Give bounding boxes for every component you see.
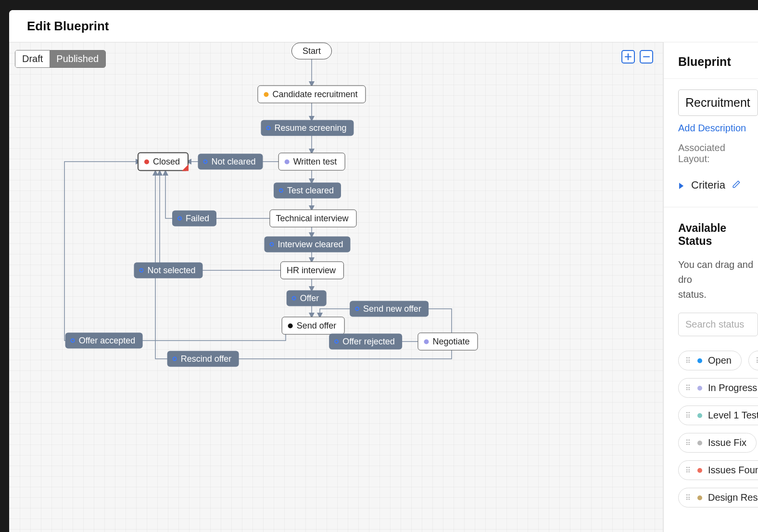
node-sendnew[interactable]: Send new offer (350, 301, 429, 317)
status-pill-label: Level 1 Testing (708, 410, 758, 421)
status-pill-in-progress[interactable]: ⠿In Progress (678, 378, 758, 398)
transition-ring-icon (71, 339, 75, 343)
node-label: Offer accepted (79, 336, 136, 346)
status-dot-icon (697, 441, 702, 445)
node-label: Send offer (297, 321, 337, 331)
node-offacc[interactable]: Offer accepted (65, 333, 143, 349)
node-label: Written test (293, 157, 337, 167)
transition-ring-icon (203, 160, 207, 164)
node-notcleared[interactable]: Not cleared (198, 154, 263, 170)
status-dot-icon (697, 468, 702, 473)
node-label: Offer (300, 293, 319, 304)
node-label: Offer rejected (342, 337, 395, 347)
node-failed[interactable]: Failed (172, 211, 216, 227)
node-offrej[interactable]: Offer rejected (329, 334, 402, 350)
status-pill-label: Open (708, 355, 732, 366)
blueprint-name-input[interactable] (678, 89, 758, 116)
status-pill-label: Design Resear (708, 492, 758, 503)
drag-handle-icon[interactable]: ⠿ (685, 412, 692, 419)
status-dot-icon (285, 159, 290, 164)
node-rescind[interactable]: Rescind offer (167, 351, 239, 367)
sidebar-title: Blueprint (678, 55, 758, 69)
chevron-right-icon: ▶ (679, 180, 683, 190)
status-dot-icon (288, 323, 293, 328)
node-start[interactable]: Start (291, 43, 332, 60)
status-pill-level-1-testing[interactable]: ⠿Level 1 Testing (678, 405, 758, 425)
blueprint-canvas[interactable]: Draft Published (9, 42, 663, 532)
transition-ring-icon (173, 357, 177, 361)
node-technical[interactable]: Technical interview (269, 210, 356, 228)
transition-ring-icon (266, 126, 270, 130)
drag-handle-icon[interactable]: ⠿ (756, 357, 758, 364)
node-intcleared[interactable]: Interview cleared (264, 237, 350, 253)
status-pill-label: Issue Fix (708, 437, 746, 448)
node-label: Test cleared (287, 186, 334, 196)
status-dot-icon (697, 413, 702, 418)
node-label: Technical interview (276, 214, 348, 224)
status-pill-more[interactable]: ⠿ (748, 351, 758, 370)
search-status-input[interactable] (678, 313, 758, 336)
blueprint-sidebar: Blueprint Add Description Associated Lay… (663, 42, 758, 532)
criteria-label: Criteria (691, 179, 725, 191)
status-pill-issue-fix[interactable]: ⠿Issue Fix (678, 433, 757, 453)
status-dot-icon (424, 339, 429, 344)
status-dot-icon (144, 159, 149, 164)
transition-ring-icon (139, 268, 143, 273)
node-notselected[interactable]: Not selected (134, 263, 202, 279)
node-label: Closed (153, 157, 180, 167)
node-written[interactable]: Written test (278, 153, 345, 171)
status-pill-issues-found[interactable]: ⠿Issues Found (678, 460, 758, 480)
status-pill-open[interactable]: ⠿Open (678, 351, 742, 370)
node-offer[interactable]: Offer (287, 291, 327, 306)
available-status-hint: You can drag and dro status. (678, 257, 758, 302)
status-pill-label: Issues Found (708, 465, 758, 476)
node-label: Not selected (147, 266, 195, 276)
transition-ring-icon (279, 189, 283, 193)
drag-handle-icon[interactable]: ⠿ (685, 357, 692, 364)
transition-ring-icon (292, 296, 296, 301)
node-candidate[interactable]: Candidate recruitment (257, 86, 366, 103)
node-label: Failed (186, 214, 209, 224)
transition-ring-icon (334, 340, 339, 344)
edit-icon[interactable] (732, 180, 741, 190)
status-dot-icon (264, 92, 268, 97)
transition-ring-icon (177, 216, 182, 221)
node-label: Rescind offer (181, 354, 232, 364)
node-testcleared[interactable]: Test cleared (274, 183, 341, 199)
node-label: Candidate recruitment (272, 89, 357, 100)
associated-layout-label: Associated Layout: (678, 142, 758, 165)
drag-handle-icon[interactable]: ⠿ (685, 494, 692, 501)
status-pill-design-resear[interactable]: ⠿Design Resear (678, 488, 758, 507)
flow-edges (9, 42, 663, 532)
node-sendoffer[interactable]: Send offer (282, 317, 345, 335)
status-dot-icon (697, 495, 702, 500)
node-label: Send new offer (363, 304, 421, 314)
transition-ring-icon (355, 307, 359, 311)
criteria-row[interactable]: ▶ Criteria (678, 179, 758, 191)
status-pill-label: In Progress (708, 382, 757, 393)
drag-handle-icon[interactable]: ⠿ (685, 439, 692, 446)
drag-handle-icon[interactable]: ⠿ (685, 467, 692, 474)
page-title: Edit Blueprint (27, 19, 109, 34)
node-label: Negotiate (432, 337, 469, 347)
node-resume[interactable]: Resume screening (261, 120, 354, 136)
closed-indicator-icon (182, 165, 189, 171)
transition-ring-icon (269, 242, 274, 247)
available-status-heading: Available Status (678, 222, 758, 248)
node-label: Resume screening (274, 123, 346, 133)
node-label: Not cleared (211, 157, 255, 167)
node-label: HR interview (287, 266, 336, 276)
status-dot-icon (697, 386, 702, 391)
add-description-link[interactable]: Add Description (678, 123, 746, 134)
node-hr[interactable]: HR interview (280, 262, 344, 279)
node-negotiate[interactable]: Negotiate (417, 333, 478, 351)
node-closed[interactable]: Closed (138, 152, 189, 171)
status-dot-icon (697, 358, 702, 363)
drag-handle-icon[interactable]: ⠿ (685, 384, 692, 392)
node-label: Interview cleared (278, 240, 343, 250)
